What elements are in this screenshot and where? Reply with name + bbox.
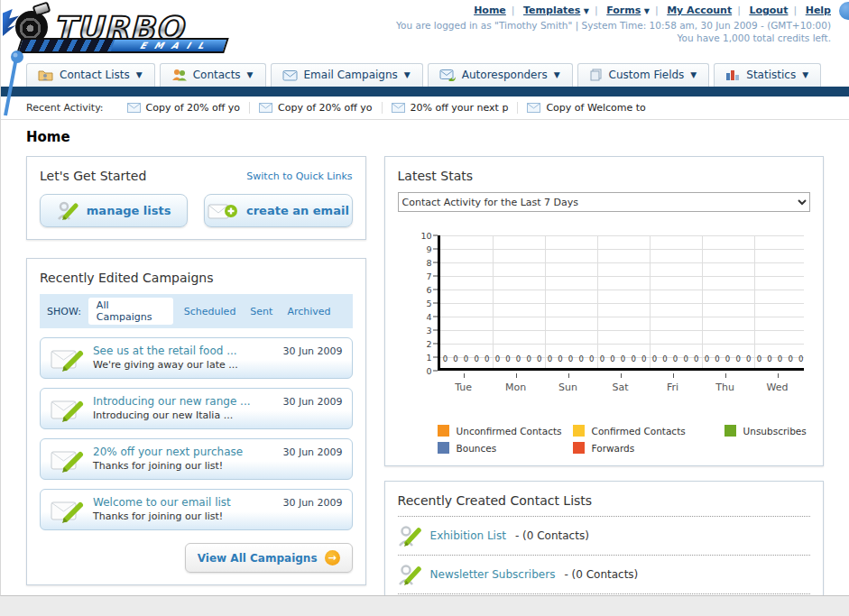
envelope-icon — [282, 69, 298, 81]
xtickmark — [464, 373, 465, 378]
envelope-reply-icon — [439, 69, 456, 81]
val-label: 0 — [767, 354, 771, 363]
campaign-row[interactable]: Introducing our new range ... Introducin… — [40, 388, 353, 429]
tab-autoresponders[interactable]: Autoresponders▼ — [428, 63, 573, 87]
chevron-down-icon: ▼ — [136, 70, 143, 79]
val-label: 0 — [673, 354, 678, 363]
filter-scheduled[interactable]: Scheduled — [184, 306, 236, 317]
nav-logout-link[interactable]: Logout — [749, 5, 788, 16]
envelope-pencil-icon — [51, 498, 85, 525]
campaign-filter-bar: SHOW: All Campaigns Scheduled Sent Archi… — [40, 294, 353, 328]
filter-sent[interactable]: Sent — [250, 306, 272, 317]
separator: | — [793, 5, 797, 16]
xtick: Tue — [455, 382, 472, 393]
legend-swatch — [724, 425, 736, 437]
ytick: 9 — [427, 244, 432, 254]
campaign-row[interactable]: Welcome to our email list Thanks for joi… — [40, 489, 353, 530]
val-label: 0 — [484, 354, 489, 363]
chevron-down-icon: ▼ — [802, 70, 808, 79]
tab-statistics[interactable]: Statistics▼ — [714, 63, 821, 87]
ytick: 0 — [427, 366, 432, 376]
val-label: 0 — [694, 354, 698, 363]
nav-my-account-link[interactable]: My Account — [667, 5, 732, 16]
manage-lists-button[interactable]: manage lists — [40, 194, 188, 227]
contact-list-link[interactable]: Exhibition List — [430, 529, 506, 542]
xtickmark — [673, 373, 674, 378]
gridline-v — [754, 235, 755, 368]
recent-activity-item[interactable]: Copy of 20% off yo — [118, 102, 251, 114]
val-label: 0 — [474, 354, 478, 363]
envelope-icon — [392, 103, 405, 113]
login-info-text: You are logged in as "Timothy Smith" | S… — [396, 20, 831, 31]
contact-lists-title: Recently Created Contact Lists — [398, 493, 810, 508]
pin-decoration — [1, 49, 26, 117]
contact-list-count: - (0 Contacts) — [564, 568, 638, 581]
campaign-row[interactable]: 20% off your next purchase Thanks for jo… — [40, 438, 353, 480]
latest-stats-panel: Latest Stats Contact Activity for the La… — [384, 156, 824, 466]
recent-activity-item[interactable]: Copy of 20% off yo — [250, 102, 383, 114]
nav-templates-link[interactable]: Templates — [523, 5, 580, 16]
legend-label: Unsubscribes — [743, 426, 807, 437]
gridline-v — [597, 235, 598, 368]
val-label: 0 — [683, 354, 688, 363]
tab-contact-lists[interactable]: Contact Lists▼ — [26, 63, 155, 87]
tab-label: Autoresponders — [462, 69, 548, 81]
main-tab-bar: Contact Lists▼ Contacts▼ Email Campaigns… — [1, 60, 849, 87]
val-label: 0 — [788, 354, 792, 363]
gridline-h — [440, 235, 804, 236]
get-started-title: Let's Get Started — [40, 169, 146, 183]
val-label: 0 — [778, 354, 782, 363]
xtickmark — [725, 373, 726, 378]
xtickmark — [778, 373, 779, 378]
recent-activity-item[interactable]: 20% off your next p — [383, 102, 519, 114]
nav-home-link[interactable]: Home — [474, 5, 506, 16]
recent-activity-item[interactable]: Copy of Welcome to — [518, 102, 654, 114]
activity-text: Copy of Welcome to — [546, 102, 645, 114]
nav-forms-link[interactable]: Forms — [606, 5, 641, 16]
gridline-v — [545, 235, 546, 368]
xtickmark — [621, 373, 622, 378]
stats-period-select[interactable]: Contact Activity for the Last 7 Days — [398, 192, 810, 212]
create-email-button[interactable]: create an email — [204, 194, 352, 227]
legend-swatch — [438, 425, 449, 437]
legend-item: Forwards — [573, 442, 724, 454]
val-label: 0 — [526, 354, 531, 363]
separator: | — [512, 5, 515, 16]
get-started-panel: Let's Get Started Switch to Quick Links … — [26, 156, 366, 240]
person-pencil-icon — [398, 524, 421, 547]
tab-email-campaigns[interactable]: Email Campaigns▼ — [271, 63, 423, 87]
chevron-down-icon: ▼ — [554, 70, 560, 79]
tab-label: Statistics — [746, 69, 796, 81]
campaign-row[interactable]: See us at the retail food ... We're givi… — [40, 337, 353, 379]
logo-subtitle: EMAIL — [139, 41, 214, 51]
val-label: 0 — [641, 354, 646, 363]
footer-strip — [0, 596, 849, 616]
xtick: Mon — [505, 382, 526, 393]
filter-all-campaigns[interactable]: All Campaigns — [88, 298, 173, 325]
filter-archived[interactable]: Archived — [287, 306, 330, 317]
ytick: 4 — [427, 312, 432, 322]
nav-help-link[interactable]: Help — [806, 5, 831, 16]
tab-contacts[interactable]: Contacts▼ — [160, 63, 266, 87]
view-all-campaigns-button[interactable]: View All Campaigns → — [185, 543, 353, 573]
latest-stats-title: Latest Stats — [398, 169, 810, 183]
switch-quick-links-link[interactable]: Switch to Quick Links — [246, 170, 352, 182]
legend-item: Unconfirmed Contacts — [438, 425, 573, 437]
gridline-v — [702, 235, 703, 368]
tab-custom-fields[interactable]: Custom Fields▼ — [577, 63, 710, 87]
contact-list-link[interactable]: Newsletter Subscribers — [430, 568, 556, 581]
val-label: 0 — [505, 354, 510, 363]
xtick: Fri — [667, 382, 678, 393]
ytick: 1 — [427, 353, 432, 363]
top-navigation: Home| Templates ▼| Forms ▼| My Account| … — [474, 5, 831, 16]
campaign-subtitle: Introducing our new Italia ... — [93, 409, 343, 421]
activity-text: 20% off your next p — [411, 102, 509, 114]
xtickmark — [516, 373, 517, 378]
val-label: 0 — [516, 354, 521, 363]
xtickmark — [568, 373, 569, 378]
chevron-down-icon: ▼ — [690, 70, 697, 79]
chevron-down-icon: ▼ — [584, 7, 589, 15]
val-label: 0 — [589, 354, 594, 363]
activity-text: Copy of 20% off yo — [146, 102, 241, 114]
chart-xaxis: TueMonSunSatFriThuWed — [438, 373, 804, 400]
